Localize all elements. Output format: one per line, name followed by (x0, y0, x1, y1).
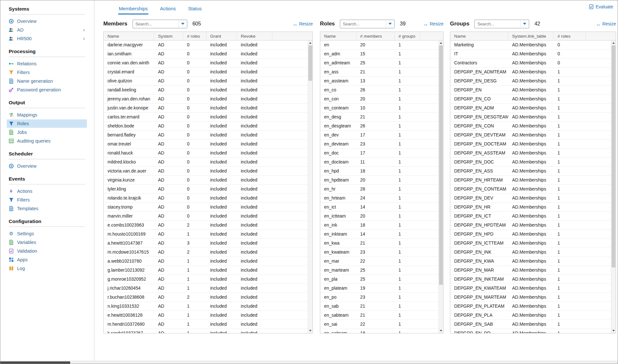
sidebar-item-settings[interactable]: ⚙ Settings (7, 229, 87, 238)
group-row[interactable]: DEPGRP_EN_DEV AD.Memberships 1 (450, 194, 616, 203)
member-row[interactable]: virginia.kunze AD 0 included included (104, 176, 313, 185)
member-row[interactable]: j.richar10260454 AD 1 included included (104, 284, 313, 293)
member-row[interactable]: victoria.van.de.auer AD 0 included inclu… (104, 167, 313, 176)
scrollbar-track[interactable] (611, 45, 616, 328)
members-search-dropdown-button[interactable] (178, 20, 187, 28)
group-row[interactable]: Marketing AD.Memberships 0 (450, 41, 616, 50)
tab-status[interactable]: Status (187, 3, 202, 14)
member-row[interactable]: olive.quitzon AD 0 included included (104, 77, 313, 86)
group-row[interactable]: DEPGRP_EN_ICT AD.Memberships 1 (450, 212, 616, 221)
evaluate-button[interactable]: Evaluate (589, 4, 613, 9)
role-row[interactable]: en_hpd 18 1 (320, 167, 443, 176)
member-row[interactable]: k.randal10373767 AD 1 included included (104, 329, 313, 333)
group-row[interactable]: DEPGRP_EN_HRTEAM AD.Memberships 1 (450, 176, 616, 185)
group-row[interactable]: DEPGRP_EN_PLA AD.Memberships 1 (450, 311, 616, 320)
sidebar-item-name-generation[interactable]: Name generation (7, 77, 87, 85)
column-header-roles[interactable]: # roles (183, 32, 206, 40)
horizontal-scrollbar[interactable] (0, 361, 618, 364)
role-row[interactable]: en_kwateam 23 1 (320, 248, 443, 257)
column-header-link-table[interactable]: System.link_table (508, 32, 554, 40)
group-row[interactable]: DEPGRP_EN_DEVTEAM AD.Memberships 1 (450, 131, 616, 140)
role-row[interactable]: en_ict 14 1 (320, 203, 443, 212)
role-row[interactable]: en_docteam 11 1 (320, 158, 443, 167)
tab-memberships[interactable]: Memberships (118, 3, 148, 14)
member-row[interactable]: e.hewitt10036128 AD 1 included included (104, 311, 313, 320)
role-row[interactable]: en_inkteam 14 1 (320, 230, 443, 239)
scroll-down-button[interactable] (439, 328, 443, 333)
group-row[interactable]: DEPGRP_EN_KWATEAM AD.Memberships 1 (450, 284, 616, 293)
groups-search-input[interactable] (475, 20, 520, 28)
role-row[interactable]: en_kwa 21 1 (320, 239, 443, 248)
sidebar-item-apps[interactable]: Apps (7, 256, 87, 264)
group-row[interactable]: DEPGRP_EN_ADMTEAM AD.Memberships 1 (450, 68, 616, 77)
group-row[interactable]: DEPGRP_EN_MAR AD.Memberships 1 (450, 266, 616, 275)
sidebar-item-overview[interactable]: Overview (7, 17, 87, 25)
group-row[interactable]: DEPGRP_EN_DESG AD.Memberships 1 (450, 77, 616, 86)
sidebar-item-validation[interactable]: Validation (7, 247, 87, 255)
member-row[interactable]: n.king10331532 AD 1 included included (104, 302, 313, 311)
column-header-name[interactable]: Name (320, 32, 356, 40)
group-row[interactable]: Contractors AD.Memberships 0 (450, 59, 616, 68)
column-header-name[interactable]: Name (104, 32, 154, 40)
sidebar-item-mappings[interactable]: Mappings (7, 111, 87, 119)
scroll-up-button[interactable] (308, 41, 313, 45)
member-row[interactable]: sheldon.bode AD 0 included included (104, 122, 313, 131)
group-row[interactable]: DEPGRP_EN_PLATEAM AD.Memberships 1 (450, 302, 616, 311)
group-row[interactable]: DEPGRP_EN_PO AD.Memberships 1 (450, 329, 616, 333)
member-row[interactable]: carlos.ter.emard AD 0 included included (104, 113, 313, 122)
group-row[interactable]: DEPGRP_EN_SAB AD.Memberships 1 (450, 320, 616, 329)
member-row[interactable]: ian.smitham AD 0 included included (104, 50, 313, 59)
member-row[interactable]: a.webb10210780 AD 1 included included (104, 257, 313, 266)
column-header-system[interactable]: System (154, 32, 183, 40)
role-row[interactable]: en_devteam 23 1 (320, 140, 443, 149)
column-header-groups[interactable]: # groups (395, 32, 420, 40)
role-row[interactable]: en_admteam 25 1 (320, 59, 443, 68)
member-row[interactable]: bernard.flatley AD 0 included included (104, 131, 313, 140)
group-row[interactable]: DEPGRP_EN_INKTEAM AD.Memberships 1 (450, 275, 616, 284)
roles-search-input[interactable] (340, 20, 386, 28)
group-row[interactable]: DEPGRP_EN_DOCTEAM AD.Memberships 1 (450, 140, 616, 149)
sidebar-item-templates[interactable]: Templates (7, 204, 87, 213)
group-row[interactable]: DEPGRP_EN AD.Memberships 1 (450, 86, 616, 95)
sidebar-item-actions[interactable]: Actions (7, 187, 87, 195)
scroll-up-button[interactable] (611, 41, 616, 45)
group-row[interactable]: DEPGRP_EN_ICTTEAM AD.Memberships 1 (450, 239, 616, 248)
role-row[interactable]: en_ictteam 20 1 (320, 212, 443, 221)
groups-scrollbar[interactable] (611, 41, 616, 333)
member-row[interactable]: jeremy.van.den.rohan AD 0 included inclu… (104, 95, 313, 104)
role-row[interactable]: en_co 26 1 (320, 86, 443, 95)
member-row[interactable]: randall.keeling AD 0 included included (104, 86, 313, 95)
role-row[interactable]: en_ass 21 1 (320, 68, 443, 77)
group-row[interactable]: IT AD.Memberships 0 (450, 50, 616, 59)
group-row[interactable]: DEPGRP_EN_DESGTEAM AD.Memberships 1 (450, 113, 616, 122)
group-row[interactable]: DEPGRP_EN_HPDTEAM AD.Memberships 1 (450, 221, 616, 230)
member-row[interactable]: g.monroe10320952 AD 1 included included (104, 275, 313, 284)
group-row[interactable]: DEPGRP_EN_MARTEAM AD.Memberships 1 (450, 293, 616, 302)
member-row[interactable]: crystal.emard AD 0 included included (104, 68, 313, 77)
member-row[interactable]: mildred.klocko AD 0 included included (104, 158, 313, 167)
scroll-down-button[interactable] (611, 328, 616, 333)
column-header-revoke[interactable]: Revoke (237, 32, 272, 40)
role-row[interactable]: en_adm 15 1 (320, 50, 443, 59)
column-header-name[interactable]: Name (450, 32, 508, 40)
role-row[interactable]: en_marteam 25 1 (320, 266, 443, 275)
role-row[interactable]: en_pla 25 1 (320, 275, 443, 284)
role-row[interactable]: en_conteam 10 1 (320, 104, 443, 113)
roles-scrollbar[interactable] (438, 41, 443, 333)
scroll-down-button[interactable] (308, 328, 313, 333)
group-row[interactable]: DEPGRP_EN_CO AD.Memberships 1 (450, 95, 616, 104)
scrollbar-thumb[interactable] (439, 45, 443, 285)
tab-actions[interactable]: Actions (159, 3, 176, 14)
group-row[interactable]: DEPGRP_EN_CONTEAM AD.Memberships 1 (450, 185, 616, 194)
role-row[interactable]: en_mar 22 1 (320, 257, 443, 266)
groups-resize-button[interactable]: Resize (596, 21, 616, 27)
member-row[interactable]: g.lamber10213092 AD 1 included included (104, 266, 313, 275)
role-row[interactable]: en_hrteam 24 1 (320, 194, 443, 203)
column-header-roles[interactable]: # roles (554, 32, 586, 40)
role-row[interactable]: en_saiteam 18 1 (320, 329, 443, 333)
member-row[interactable]: m.housto10100169 AD 1 included included (104, 230, 313, 239)
role-row[interactable]: en_sab 21 1 (320, 302, 443, 311)
scroll-up-button[interactable] (439, 41, 443, 45)
member-row[interactable]: ronald.hauck AD 0 included included (104, 149, 313, 158)
member-row[interactable]: rolando.te.krajcik AD 0 included include… (104, 194, 313, 203)
